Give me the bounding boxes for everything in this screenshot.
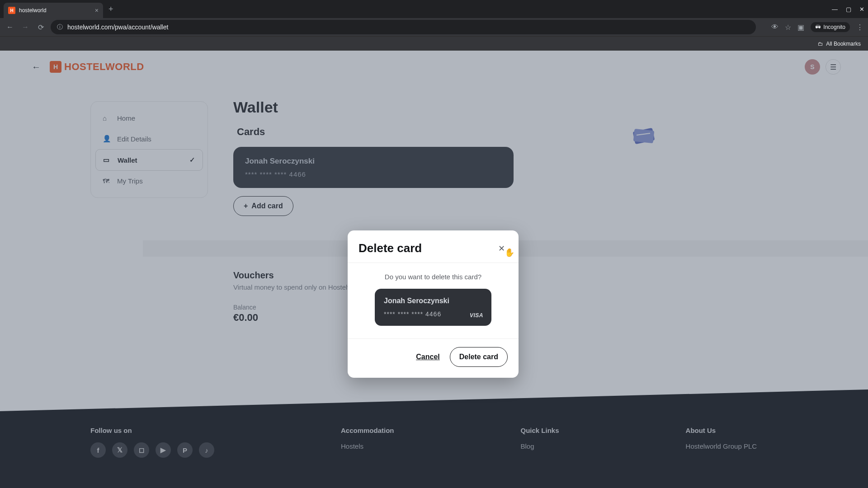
modal-divider [348,263,519,263]
favicon: H [8,7,15,14]
modal-message: Do you want to delete this card? [359,273,508,281]
bookmark-star-icon[interactable]: ☆ [785,23,791,32]
browser-tab[interactable]: H hostelworld × [4,3,103,18]
modal-card-name: Jonah Seroczynski [384,297,482,305]
nav-reload-icon[interactable]: ⟳ [35,23,46,32]
page-content: ← H HOSTELWORLD S ☰ ⌂ Home 👤 Edit Detail… [0,51,868,488]
incognito-badge[interactable]: 🕶 Incognito [811,22,850,32]
window-minimize-icon[interactable]: — [832,6,838,13]
close-icon: ✕ [498,244,505,253]
tracking-icon[interactable]: 👁 [771,23,778,31]
nav-forward-icon[interactable]: → [20,23,31,31]
browser-toolbar: ← → ⟳ ⓘ hostelworld.com/pwa/account/wall… [0,18,868,36]
visa-icon: VISA [470,312,483,319]
url-text: hostelworld.com/pwa/account/wallet [67,23,168,31]
browser-titlebar: H hostelworld × + — ▢ ✕ [0,0,868,18]
extensions-icon[interactable]: ▣ [797,23,804,32]
tab-close-icon[interactable]: × [95,7,99,14]
folder-icon: 🗀 [818,41,823,47]
incognito-icon: 🕶 [815,24,821,30]
modal-close-button[interactable]: ✕ [495,242,508,255]
modal-card-number: **** **** **** 4466 [384,310,482,318]
window-maximize-icon[interactable]: ▢ [846,6,851,13]
modal-title: Delete card [359,241,422,255]
nav-back-icon[interactable]: ← [5,23,15,31]
modal-card-preview: Jonah Seroczynski **** **** **** 4466 VI… [375,289,491,326]
modal-overlay[interactable]: Delete card ✕ Do you want to delete this… [0,51,868,488]
window-close-icon[interactable]: ✕ [859,6,864,13]
cancel-button[interactable]: Cancel [416,353,439,361]
tab-title: hostelworld [19,7,91,14]
delete-card-button[interactable]: Delete card [450,347,508,367]
browser-menu-icon[interactable]: ⋮ [856,23,863,32]
url-bar[interactable]: ⓘ hostelworld.com/pwa/account/wallet [51,20,756,34]
site-info-icon[interactable]: ⓘ [57,23,63,31]
incognito-label: Incognito [823,24,845,30]
all-bookmarks-link[interactable]: All Bookmarks [826,41,861,47]
new-tab-button[interactable]: + [108,5,113,14]
bookmarks-bar: 🗀 All Bookmarks [0,36,868,51]
delete-card-modal: Delete card ✕ Do you want to delete this… [348,230,519,378]
